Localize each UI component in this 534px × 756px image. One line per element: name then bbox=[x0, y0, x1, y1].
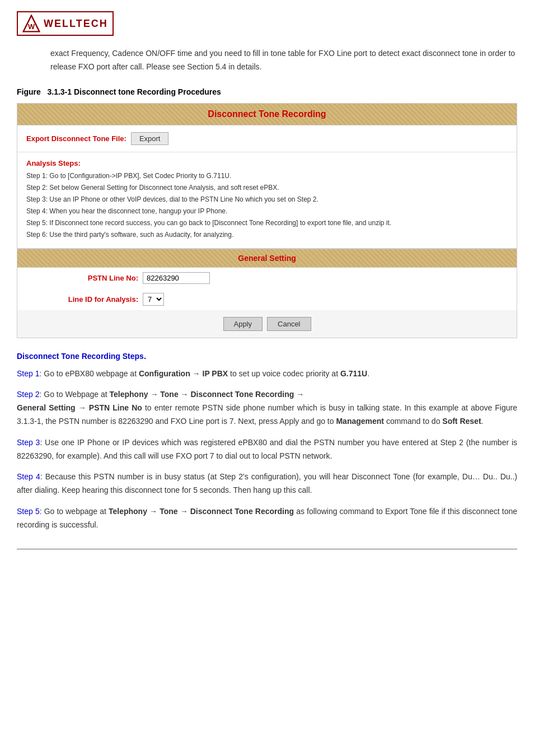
pstn-label: PSTN Line No: bbox=[26, 274, 138, 282]
disconnect-tone-panel: Disconnect Tone Recording Export Disconn… bbox=[17, 103, 517, 338]
apply-button[interactable]: Apply bbox=[223, 317, 263, 331]
general-setting-header: General Setting bbox=[17, 249, 517, 268]
bottom-divider bbox=[17, 549, 517, 549]
step-5-label: Step 5 bbox=[17, 507, 40, 516]
step-2-label: Step 2 bbox=[17, 390, 39, 399]
logo-text: WELLTECH bbox=[44, 18, 108, 30]
step-3-block: Step 3: Use one IP Phone or IP devices w… bbox=[17, 436, 517, 463]
analysis-title: Analysis Steps: bbox=[26, 159, 508, 167]
step-2-block: Step 2: Go to Webpage at Telephony → Ton… bbox=[17, 388, 517, 428]
button-row: Apply Cancel bbox=[17, 310, 517, 338]
step-4-block: Step 4: Because this PSTN number is in b… bbox=[17, 470, 517, 497]
svg-text:W: W bbox=[28, 22, 35, 31]
line-id-select[interactable]: 7 1 2 3 4 5 6 8 bbox=[143, 293, 164, 306]
export-label: Export Disconnect Tone File: bbox=[26, 134, 127, 143]
line-id-select-wrapper: 7 1 2 3 4 5 6 8 bbox=[143, 293, 164, 306]
step-4-label: Step 4 bbox=[17, 472, 40, 481]
line-id-row: Line ID for Analysis: 7 1 2 3 4 5 6 8 bbox=[17, 288, 517, 310]
step-3-label: Step 3 bbox=[17, 438, 40, 447]
cancel-button[interactable]: Cancel bbox=[267, 317, 311, 331]
figure-title: Figure 3.1.3-1 Disconnect tone Recording… bbox=[17, 87, 517, 96]
analysis-section: Analysis Steps: Step 1: Go to [Configura… bbox=[17, 152, 517, 249]
step-1-block: Step 1: Go to ePBX80 webpage at Configur… bbox=[17, 367, 517, 381]
pstn-input[interactable] bbox=[143, 272, 210, 284]
steps-section-title: Disconnect Tone Recording Steps. bbox=[17, 352, 517, 361]
intro-text: exact Frequency, Cadence ON/OFF time and… bbox=[50, 47, 517, 74]
panel-header: Disconnect Tone Recording bbox=[17, 104, 517, 125]
export-button[interactable]: Export bbox=[131, 132, 169, 145]
line-id-label: Line ID for Analysis: bbox=[26, 295, 138, 304]
step-5-block: Step 5: Go to webpage at Telephony → Ton… bbox=[17, 505, 517, 532]
export-row: Export Disconnect Tone File: Export bbox=[17, 125, 517, 152]
logo-box: W WELLTECH bbox=[17, 11, 114, 36]
step-1-label: Step 1 bbox=[17, 369, 39, 378]
pstn-line-row: PSTN Line No: bbox=[17, 268, 517, 288]
analysis-steps: Step 1: Go to [Configuration->IP PBX], S… bbox=[26, 171, 508, 240]
logo-icon: W bbox=[22, 15, 40, 32]
logo-area: W WELLTECH bbox=[17, 11, 517, 36]
